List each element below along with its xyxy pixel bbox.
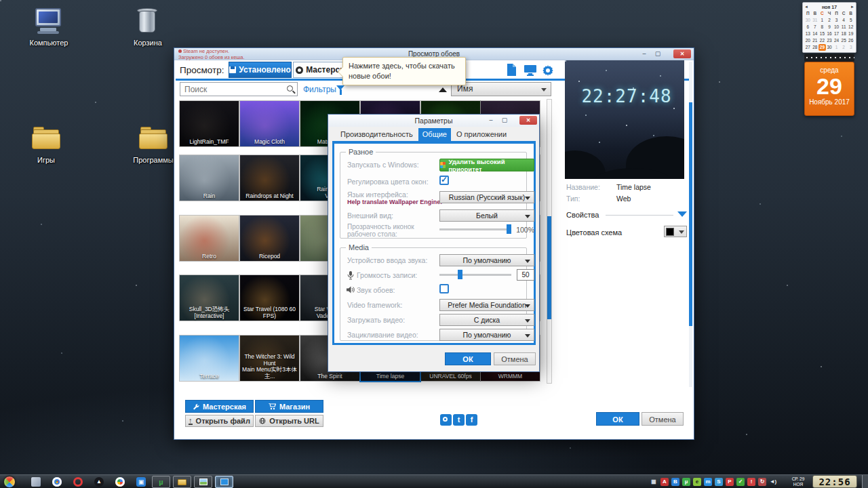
- facebook-icon[interactable]: f: [466, 414, 477, 426]
- calendar-day-cell[interactable]: 22: [818, 37, 826, 44]
- taskbar-app-wallpaper-engine[interactable]: [215, 476, 233, 488]
- wallpaper-tile[interactable]: Terrace: [180, 336, 239, 381]
- taskbar-app-utorrent[interactable]: µ: [152, 476, 170, 488]
- app-blue-icon[interactable]: ▣: [136, 477, 146, 487]
- tray-sync-icon[interactable]: S: [715, 478, 723, 486]
- computer-icon[interactable]: [31, 477, 41, 487]
- tray-utorrent-icon[interactable]: µ: [682, 478, 690, 486]
- calendar-day-cell[interactable]: 17: [833, 30, 840, 37]
- record-volume-slider[interactable]: [439, 269, 511, 280]
- calendar-day-cell[interactable]: 30: [826, 44, 833, 51]
- color-scheme-dropdown[interactable]: [664, 226, 687, 237]
- audio-input-dropdown[interactable]: По умолчанию: [439, 254, 534, 266]
- dialog-close-button[interactable]: ✕: [519, 116, 537, 125]
- opera-icon[interactable]: [73, 477, 83, 487]
- language-dropdown[interactable]: Russian (Русский язык): [439, 191, 534, 203]
- calendar-day-cell[interactable]: 31: [812, 17, 819, 24]
- calendar-day-cell[interactable]: 18: [840, 30, 848, 37]
- workshop-button[interactable]: Мастерская: [185, 400, 254, 413]
- tray-update-icon[interactable]: ↻: [758, 478, 766, 486]
- calendar-day-cell[interactable]: 25: [840, 37, 848, 44]
- panel-scrollbar[interactable]: [689, 62, 692, 387]
- calendar-day-cell[interactable]: 11: [840, 24, 848, 30]
- mediaget-icon[interactable]: ▲: [94, 477, 104, 487]
- calendar-day-cell[interactable]: 3: [833, 17, 840, 24]
- calendar-day-cell[interactable]: 3: [847, 44, 854, 51]
- video-loop-dropdown[interactable]: По умолчанию: [439, 329, 534, 341]
- calendar-prev-icon[interactable]: ◄: [804, 3, 808, 10]
- properties-expander-icon[interactable]: [677, 211, 687, 217]
- calendar-day-cell[interactable]: 24: [833, 37, 840, 44]
- show-desktop-button[interactable]: [862, 475, 868, 488]
- wallpaper-tile[interactable]: Rain: [180, 155, 239, 201]
- video-framework-dropdown[interactable]: Prefer Media Foundation: [439, 299, 534, 311]
- dialog-maximize-button[interactable]: ▢: [500, 116, 509, 124]
- tray-nvidia-icon[interactable]: e: [693, 478, 701, 486]
- desktop-icon-computer[interactable]: Компьютер: [16, 7, 81, 47]
- tray-defender-icon[interactable]: ✓: [736, 478, 745, 486]
- calendar-day-cell[interactable]: 1: [818, 17, 826, 24]
- window-cancel-button[interactable]: Отмена: [642, 412, 684, 426]
- calendar-day-cell[interactable]: 20: [804, 37, 812, 44]
- calendar-day-cell[interactable]: 15: [818, 30, 826, 37]
- calendar-day-cell[interactable]: 21: [812, 37, 819, 44]
- grid-scrollbar[interactable]: [547, 99, 552, 384]
- calendar-day-cell[interactable]: 27: [804, 44, 812, 51]
- wallpaper-tile[interactable]: Raindrops at Night: [240, 155, 299, 201]
- steam-social-icon[interactable]: [440, 414, 452, 426]
- taskbar-app-explorer[interactable]: [173, 476, 191, 488]
- calendar-day-cell[interactable]: 30: [804, 17, 812, 24]
- tray-acrobat-icon[interactable]: A: [660, 478, 669, 486]
- chrome-icon[interactable]: [52, 477, 62, 487]
- video-load-dropdown[interactable]: С диска: [439, 314, 534, 326]
- panel-scrollbar-thumb[interactable]: [689, 102, 692, 326]
- twitter-icon[interactable]: t: [453, 414, 465, 426]
- calendar-day-cell[interactable]: 16: [826, 30, 833, 37]
- translate-link[interactable]: Help translate Wallpaper Engine!: [347, 199, 442, 205]
- calendar-day-cell[interactable]: 10: [833, 24, 840, 30]
- calendar-day-cell[interactable]: 29: [818, 44, 826, 51]
- calendar-day-cell[interactable]: 4: [840, 17, 848, 24]
- icon-opacity-slider[interactable]: [439, 224, 511, 235]
- open-url-button[interactable]: Открыть URL: [255, 415, 323, 427]
- store-button[interactable]: Магазин: [255, 400, 323, 413]
- calendar-day-cell[interactable]: 2: [840, 44, 848, 51]
- calendar-day-cell[interactable]: 6: [804, 24, 812, 30]
- calendar-next-icon[interactable]: ►: [850, 3, 854, 10]
- calendar-day-cell[interactable]: 1: [833, 44, 840, 51]
- wallpaper-tile[interactable]: LightRain_TMF: [180, 101, 239, 146]
- calendar-day-cell[interactable]: 9: [826, 24, 833, 30]
- dialog-tab-1[interactable]: Производительность: [336, 128, 417, 141]
- tray-grid-icon[interactable]: ▦: [650, 478, 658, 486]
- wallpaper-tile[interactable]: Ricepod: [240, 216, 299, 261]
- calendar-day-cell[interactable]: 5: [847, 17, 854, 24]
- calendar-day-cell[interactable]: 7: [812, 24, 819, 30]
- calendar-day-cell[interactable]: 28: [812, 44, 819, 51]
- window-ok-button[interactable]: ОК: [596, 412, 639, 426]
- wallpaper-tile[interactable]: Skull_3D恐怖头 [Interactive]: [180, 275, 239, 321]
- open-file-button[interactable]: ↑ Открыть файл: [185, 415, 254, 427]
- wallpaper-sound-checkbox[interactable]: [439, 284, 449, 293]
- desktop-icon-games[interactable]: Игры: [14, 124, 79, 164]
- calendar-day-cell[interactable]: 19: [847, 30, 854, 37]
- dialog-tab-2[interactable]: Общие: [418, 128, 451, 141]
- remove-priority-button[interactable]: Удалить высокий приоритет: [439, 159, 534, 171]
- desktop-icon-recycle-bin[interactable]: Корзина: [115, 7, 180, 47]
- slider-thumb[interactable]: [507, 224, 511, 234]
- wallpaper-tile[interactable]: The Witcher 3: Wild Hunt Main Menu实时3本体主…: [240, 336, 299, 381]
- calendar-day-cell[interactable]: 8: [818, 24, 826, 30]
- calendar-day-cell[interactable]: 26: [847, 37, 854, 44]
- tray-flag-icon[interactable]: !: [747, 478, 755, 486]
- start-button[interactable]: [3, 476, 16, 488]
- dialog-minimize-button[interactable]: –: [486, 116, 496, 124]
- wallpaper-tile[interactable]: Star Travel (1080 60 FPS): [240, 275, 299, 321]
- tray-bluetooth-icon[interactable]: B: [671, 478, 679, 486]
- dialog-ok-button[interactable]: ОК: [445, 352, 491, 365]
- wallpaper-tile[interactable]: Retro: [180, 216, 239, 261]
- tray-maxthon-icon[interactable]: m: [704, 478, 712, 486]
- grid-scrollbar-thumb[interactable]: [547, 216, 551, 319]
- calendar-day-cell[interactable]: 14: [812, 30, 819, 37]
- taskbar-app-photos[interactable]: [194, 476, 212, 488]
- calendar-day-cell[interactable]: 13: [804, 30, 812, 37]
- color-adjust-checkbox[interactable]: [439, 176, 449, 185]
